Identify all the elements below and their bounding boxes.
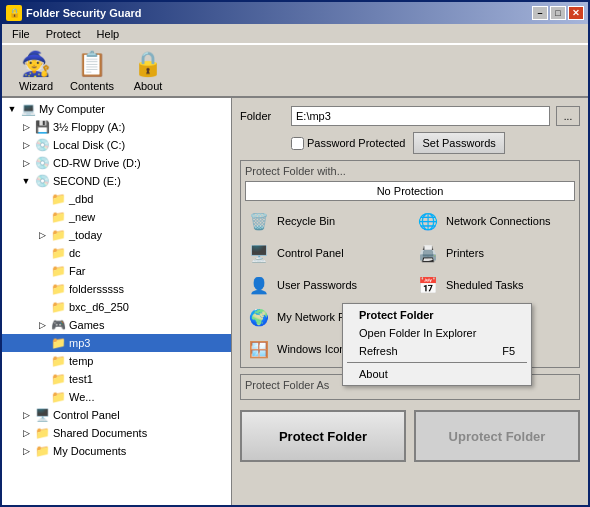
disk-c-icon: 💿 — [34, 137, 50, 153]
close-button[interactable]: ✕ — [568, 6, 584, 20]
label-cdrw-d: CD-RW Drive (D:) — [53, 157, 141, 169]
protection-item-printers[interactable]: 🖨️ Printers — [414, 239, 575, 267]
set-passwords-button[interactable]: Set Passwords — [413, 132, 504, 154]
tree-item-floppy[interactable]: ▷ 💾 3½ Floppy (A:) — [2, 118, 231, 136]
toolbar-contents[interactable]: 📋 Contents — [66, 48, 118, 94]
tree-item-cdrw-d[interactable]: ▷ 💿 CD-RW Drive (D:) — [2, 154, 231, 172]
main-window: 🔒 Folder Security Guard – □ ✕ File Prote… — [0, 0, 590, 507]
context-item-about[interactable]: About — [343, 365, 531, 383]
protection-item-recycle-bin[interactable]: 🗑️ Recycle Bin — [245, 207, 406, 235]
protection-item-user-passwords[interactable]: 👤 User Passwords — [245, 271, 406, 299]
printers-icon: 🖨️ — [416, 241, 440, 265]
protection-item-scheduled-tasks[interactable]: 📅 Sheduled Tasks — [414, 271, 575, 299]
tree-item-mp3[interactable]: 📁 mp3 — [2, 334, 231, 352]
folder-foldersssss-icon: 📁 — [50, 281, 66, 297]
prot-control-panel-icon: 🖥️ — [247, 241, 271, 265]
protection-label-user-passwords: User Passwords — [277, 279, 357, 291]
tree-item-shared-docs[interactable]: ▷ 📁 Shared Documents — [2, 424, 231, 442]
unprotect-folder-button[interactable]: Uprotect Folder — [414, 410, 580, 462]
about-icon: 🔒 — [134, 50, 162, 78]
expander-shared-docs[interactable]: ▷ — [18, 425, 34, 441]
expander-control-panel[interactable]: ▷ — [18, 407, 34, 423]
tree-item-games[interactable]: ▷ 🎮 Games — [2, 316, 231, 334]
tree-item-control-panel[interactable]: ▷ 🖥️ Control Panel — [2, 406, 231, 424]
label-temp: temp — [69, 355, 93, 367]
toolbar-contents-label: Contents — [70, 80, 114, 92]
context-item-open-folder-explorer[interactable]: Open Folder In Explorer — [343, 324, 531, 342]
computer-icon: 💻 — [20, 101, 36, 117]
context-protect-folder-label: Protect Folder — [359, 309, 434, 321]
expander-dbd[interactable] — [34, 191, 50, 207]
expander-floppy[interactable]: ▷ — [18, 119, 34, 135]
label-we: We... — [69, 391, 94, 403]
folder-temp-icon: 📁 — [50, 353, 66, 369]
shared-docs-icon: 📁 — [34, 425, 50, 441]
expander-bxc-d6-250[interactable] — [34, 299, 50, 315]
expander-my-docs[interactable]: ▷ — [18, 443, 34, 459]
tree-item-test1[interactable]: 📁 test1 — [2, 370, 231, 388]
label-second-e: SECOND (E:) — [53, 175, 121, 187]
file-tree: ▼ 💻 My Computer ▷ 💾 3½ Floppy (A:) ▷ 💿 L… — [2, 98, 232, 505]
expander-my-computer[interactable]: ▼ — [4, 101, 20, 117]
tree-item-bxc-d6-250[interactable]: 📁 bxc_d6_250 — [2, 298, 231, 316]
menu-file[interactable]: File — [4, 26, 38, 42]
protection-item-network-connections[interactable]: 🌐 Network Connections — [414, 207, 575, 235]
protect-folder-button[interactable]: Protect Folder — [240, 410, 406, 462]
tree-item-dbd[interactable]: 📁 _dbd — [2, 190, 231, 208]
folder-far-icon: 📁 — [50, 263, 66, 279]
folder-browse-button[interactable]: ... — [556, 106, 580, 126]
context-item-protect-folder[interactable]: Protect Folder — [343, 306, 531, 324]
expander-we[interactable] — [34, 389, 50, 405]
expander-far[interactable] — [34, 263, 50, 279]
right-panel: Folder ... Password Protected Set Passwo… — [232, 98, 588, 505]
label-games: Games — [69, 319, 104, 331]
menu-protect[interactable]: Protect — [38, 26, 89, 42]
tree-item-today[interactable]: ▷ 📁 _today — [2, 226, 231, 244]
tree-item-my-docs[interactable]: ▷ 📁 My Documents — [2, 442, 231, 460]
tree-item-far[interactable]: 📁 Far — [2, 262, 231, 280]
folder-new-icon: 📁 — [50, 209, 66, 225]
menu-help[interactable]: Help — [89, 26, 128, 42]
folder-dc-icon: 📁 — [50, 245, 66, 261]
toolbar-about[interactable]: 🔒 About — [122, 48, 174, 94]
password-protected-checkbox-label[interactable]: Password Protected — [291, 137, 405, 150]
folder-test1-icon: 📁 — [50, 371, 66, 387]
protection-label-printers: Printers — [446, 247, 484, 259]
label-floppy: 3½ Floppy (A:) — [53, 121, 125, 133]
expander-local-c[interactable]: ▷ — [18, 137, 34, 153]
tree-item-new[interactable]: 📁 _new — [2, 208, 231, 226]
tree-item-my-computer[interactable]: ▼ 💻 My Computer — [2, 100, 231, 118]
button-row: Protect Folder Uprotect Folder — [240, 410, 580, 462]
toolbar-wizard[interactable]: 🧙 Wizard — [10, 48, 62, 94]
expander-foldersssss[interactable] — [34, 281, 50, 297]
tree-item-we[interactable]: 📁 We... — [2, 388, 231, 406]
tree-item-temp[interactable]: 📁 temp — [2, 352, 231, 370]
expander-second-e[interactable]: ▼ — [18, 173, 34, 189]
tree-item-dc[interactable]: 📁 dc — [2, 244, 231, 262]
contents-icon: 📋 — [78, 50, 106, 78]
folder-row: Folder ... — [240, 106, 580, 126]
tree-item-local-disk-c[interactable]: ▷ 💿 Local Disk (C:) — [2, 136, 231, 154]
tree-item-foldersssss[interactable]: 📁 foldersssss — [2, 280, 231, 298]
minimize-button[interactable]: – — [532, 6, 548, 20]
label-mp3: mp3 — [69, 337, 90, 349]
maximize-button[interactable]: □ — [550, 6, 566, 20]
folder-we-icon: 📁 — [50, 389, 66, 405]
context-item-refresh[interactable]: Refresh F5 — [343, 342, 531, 360]
expander-temp[interactable] — [34, 353, 50, 369]
expander-cdrw-d[interactable]: ▷ — [18, 155, 34, 171]
wizard-icon: 🧙 — [22, 50, 50, 78]
expander-test1[interactable] — [34, 371, 50, 387]
label-my-docs: My Documents — [53, 445, 126, 457]
folder-input[interactable] — [291, 106, 550, 126]
tree-item-second-e[interactable]: ▼ 💿 SECOND (E:) — [2, 172, 231, 190]
expander-today[interactable]: ▷ — [34, 227, 50, 243]
expander-new[interactable] — [34, 209, 50, 225]
window-title: Folder Security Guard — [26, 7, 142, 19]
expander-mp3[interactable] — [34, 335, 50, 351]
expander-dc[interactable] — [34, 245, 50, 261]
password-protected-checkbox[interactable] — [291, 137, 304, 150]
expander-games[interactable]: ▷ — [34, 317, 50, 333]
protection-item-control-panel[interactable]: 🖥️ Control Panel — [245, 239, 406, 267]
windows-icon: 🪟 — [247, 337, 271, 361]
